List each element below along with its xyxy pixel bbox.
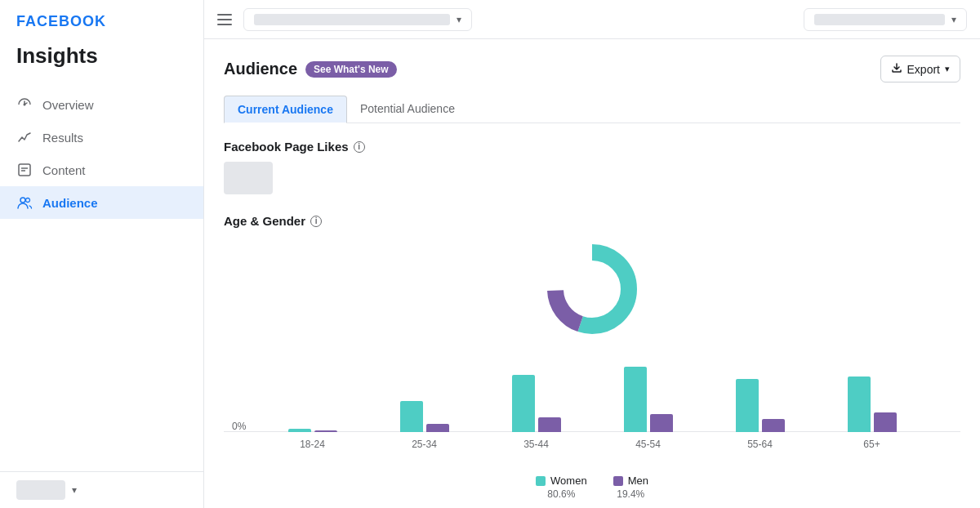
export-button[interactable]: Export ▾: [880, 56, 960, 82]
export-label: Export: [907, 63, 940, 76]
donut-chart: [539, 236, 645, 345]
search-placeholder: [814, 14, 945, 25]
legend-dot-women: [536, 476, 546, 486]
export-arrow-icon: ▾: [945, 64, 950, 74]
bar-group-45-54: 45-54: [592, 367, 704, 432]
legend-label-women: Women: [550, 475, 587, 487]
bar-men-65plus: [874, 412, 897, 432]
tab-current-audience[interactable]: Current Audience: [224, 96, 347, 123]
topbar-right: ▾: [804, 8, 967, 31]
page-dropdown-arrow-icon: ▾: [457, 14, 461, 25]
audience-tabs: Current Audience Potential Audience: [224, 96, 960, 123]
search-dropdown-arrow-icon: ▾: [951, 14, 956, 25]
bar-men-45-54: [650, 414, 673, 432]
content-label: Content: [42, 163, 86, 177]
bar-women-35-44: [512, 375, 535, 432]
sidebar-title: Insights: [0, 37, 203, 82]
results-icon: [16, 129, 33, 145]
page-name-placeholder: [254, 14, 450, 25]
legend-pct-women: 80.6%: [547, 488, 575, 500]
legend-item-men: Men 19.4%: [613, 475, 648, 500]
bar-women-25-34: [400, 401, 423, 432]
bar-group-18-24: 18-24: [256, 429, 368, 432]
topbar-left: ▾: [217, 8, 472, 31]
bar-men-25-34: [426, 424, 449, 432]
bar-men-55-64: [762, 419, 785, 432]
overview-icon: [16, 96, 33, 113]
page-likes-info-icon[interactable]: i: [354, 141, 365, 153]
bar-women-18-24: [288, 429, 311, 432]
legend-dot-men: [613, 476, 623, 486]
sidebar-bottom-chevron-icon: ▾: [72, 484, 77, 496]
bar-label-45-54: 45-54: [635, 439, 661, 450]
bar-label-55-64: 55-64: [747, 439, 773, 450]
see-whats-new-badge[interactable]: See What's New: [305, 61, 397, 78]
bar-group-55-64: 55-64: [704, 379, 816, 432]
facebook-logo-area: FACEBOOK: [0, 0, 203, 37]
sidebar-bottom[interactable]: ▾: [0, 471, 203, 508]
section-title-row: Audience See What's New: [224, 60, 397, 78]
svg-point-5: [26, 198, 30, 203]
chart-legend: Women 80.6% Men 19.4%: [224, 471, 960, 500]
bar-group-35-44: 35-44: [480, 375, 592, 432]
section-header: Audience See What's New Export ▾: [224, 56, 960, 82]
topbar-search-box[interactable]: ▾: [804, 8, 967, 31]
facebook-logo: FACEBOOK: [16, 13, 106, 29]
main-content: ▾ ▾ Audience See What's New: [204, 0, 980, 508]
audience-icon: [16, 194, 33, 211]
bar-women-45-54: [624, 367, 647, 432]
legend-label-men: Men: [628, 475, 648, 487]
bar-label-35-44: 35-44: [523, 439, 549, 450]
svg-point-0: [24, 104, 26, 106]
section-title: Audience: [224, 60, 297, 78]
bar-label-65plus: 65+: [863, 439, 880, 450]
bar-men-35-44: [538, 417, 561, 432]
sidebar-item-overview[interactable]: Overview: [0, 88, 203, 121]
page-likes-value-placeholder: [224, 162, 273, 194]
tab-potential-audience[interactable]: Potential Audience: [347, 96, 468, 123]
bar-women-65plus: [848, 377, 871, 432]
overview-label: Overview: [42, 98, 94, 112]
audience-content: Audience See What's New Export ▾ Current…: [204, 39, 980, 508]
content-icon: [16, 162, 33, 178]
page-avatar-placeholder: [16, 480, 65, 500]
sidebar-item-content[interactable]: Content: [0, 154, 203, 186]
sidebar-nav: Overview Results Content: [0, 82, 203, 471]
sidebar-item-audience[interactable]: Audience: [0, 186, 203, 219]
age-gender-chart: 0% 18-24 25-34: [224, 236, 960, 465]
page-likes-title: Facebook Page Likes i: [224, 140, 960, 154]
bar-men-18-24: [314, 430, 337, 432]
bar-label-18-24: 18-24: [300, 439, 325, 450]
bar-group-25-34: 25-34: [368, 401, 480, 432]
legend-item-women: Women 80.6%: [536, 475, 587, 500]
sidebar-item-results[interactable]: Results: [0, 121, 203, 154]
age-gender-title: Age & Gender i: [224, 214, 960, 228]
svg-point-8: [569, 266, 615, 312]
bar-women-55-64: [736, 379, 759, 432]
svg-point-4: [20, 198, 25, 203]
sidebar: FACEBOOK Insights Overview Results: [0, 0, 204, 508]
results-label: Results: [42, 131, 83, 145]
bar-group-65plus: 65+: [816, 377, 928, 432]
age-gender-section: Age & Gender i: [224, 214, 960, 500]
bar-chart: 18-24 25-34 35-44 45: [224, 367, 960, 432]
legend-pct-men: 19.4%: [617, 488, 644, 500]
audience-label: Audience: [42, 196, 98, 210]
age-gender-info-icon[interactable]: i: [310, 216, 322, 227]
svg-rect-1: [19, 164, 30, 176]
hamburger-menu-icon[interactable]: [217, 10, 237, 29]
bar-label-25-34: 25-34: [412, 439, 437, 450]
topbar: ▾ ▾: [204, 0, 980, 39]
page-selector-dropdown[interactable]: ▾: [243, 8, 472, 31]
export-download-icon: [891, 62, 902, 76]
